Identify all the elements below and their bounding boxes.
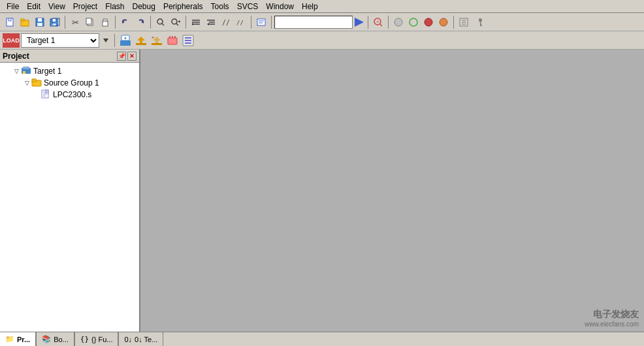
toolbar-separator-9 — [453, 16, 454, 29]
toolbar-separator-8 — [388, 16, 389, 29]
copy-button[interactable] — [83, 15, 97, 29]
menu-project[interactable]: Project — [69, 1, 101, 12]
svg-point-43 — [394, 18, 402, 26]
paste-button[interactable] — [98, 15, 112, 29]
svg-text:✂: ✂ — [72, 18, 79, 27]
tree-source-group[interactable]: ▽ Source Group 1 — [1, 77, 138, 89]
open-file-button[interactable] — [18, 15, 32, 29]
panel-header: Project 📌 ✕ — [0, 50, 139, 63]
svg-rect-70 — [23, 71, 25, 74]
save-all-button[interactable] — [48, 15, 62, 29]
panel-title: Project — [3, 52, 29, 61]
toolbar-separator-7 — [368, 16, 368, 29]
download-inc-button[interactable]: + — [150, 33, 164, 48]
svg-marker-56 — [137, 37, 145, 43]
save-button[interactable] — [33, 15, 47, 29]
menu-peripherals[interactable]: Peripherals — [159, 1, 207, 12]
search-input[interactable] — [274, 16, 353, 29]
erase-button[interactable] — [165, 33, 180, 48]
menu-window[interactable]: Window — [262, 1, 298, 12]
content-area: 电子发烧友 www.elecfans.com — [140, 50, 644, 332]
download-button[interactable] — [134, 33, 148, 48]
uncomment-button[interactable]: // × — [234, 15, 248, 29]
templates-tab-label: 0↓ Te... — [135, 336, 157, 343]
source-group-expand-icon: ▽ — [22, 78, 31, 87]
svg-point-22 — [172, 19, 177, 24]
toolbar-separator-6 — [271, 16, 272, 29]
statusbar-tab-templates[interactable]: 0↓ 0↓ Te... — [118, 332, 163, 346]
svg-rect-72 — [32, 79, 36, 82]
source-group-icon — [31, 78, 42, 89]
svg-rect-17 — [103, 19, 107, 22]
manage-components-button[interactable]: ✦ — [118, 33, 133, 48]
statusbar-tab-books[interactable]: 📚 Bo... — [36, 332, 74, 346]
tree-file-lpc2300[interactable]: LPC2300.s — [1, 89, 138, 101]
status-red-button[interactable] — [421, 15, 436, 29]
menu-flash[interactable]: Flash — [101, 1, 128, 12]
unindent-button[interactable] — [204, 15, 218, 29]
svg-rect-10 — [52, 19, 56, 22]
svg-text:// ×: // × — [236, 20, 246, 26]
dropdown-arrow-button[interactable] — [101, 33, 111, 48]
svg-point-20 — [157, 19, 163, 24]
menu-view[interactable]: View — [44, 1, 69, 12]
watermark: 电子发烧友 www.elecfans.com — [585, 309, 639, 328]
redo-button[interactable] — [133, 15, 148, 29]
comment-button[interactable]: // — [219, 15, 233, 29]
zoom-button[interactable]: + — [371, 15, 385, 29]
svg-point-45 — [425, 18, 432, 26]
project-tree: ▽ Target 1 ▽ Source Group 1 LP — [0, 63, 139, 332]
svg-rect-60 — [168, 38, 177, 44]
new-file-button[interactable] — [3, 15, 17, 29]
statusbar-tab-project[interactable]: 📁 Pr... — [0, 332, 36, 346]
tools-wrench-button[interactable] — [472, 15, 486, 29]
tree-target[interactable]: ▽ Target 1 — [1, 65, 138, 77]
svg-rect-36 — [257, 19, 265, 25]
search-go-button[interactable] — [353, 15, 365, 29]
target-label: Target 1 — [33, 67, 61, 76]
status-grey-button[interactable] — [391, 15, 406, 29]
toolbar-main: ✂ // // × + — [0, 13, 644, 31]
panel-pin-button[interactable]: 📌 — [117, 52, 126, 61]
menu-edit[interactable]: Edit — [23, 1, 44, 12]
toolbar-secondary: LOAD Target 1 ✦ + — [0, 31, 644, 50]
svg-marker-39 — [355, 18, 364, 27]
options-target-button[interactable] — [181, 33, 195, 48]
status-orange-button[interactable] — [436, 15, 451, 29]
svg-rect-55 — [136, 43, 146, 45]
svg-rect-69 — [23, 67, 29, 69]
svg-line-41 — [380, 24, 382, 26]
toolbar-separator-4 — [185, 16, 186, 29]
status-green-button[interactable] — [406, 15, 421, 29]
menu-debug[interactable]: Debug — [129, 1, 159, 12]
open-doc-button[interactable] — [254, 15, 268, 29]
target-selector[interactable]: Target 1 — [21, 33, 99, 48]
statusbar: 📁 Pr... 📚 Bo... {} {} Fu... 0↓ 0↓ Te... — [0, 332, 644, 346]
svg-marker-51 — [103, 39, 108, 42]
svg-line-21 — [162, 24, 164, 25]
indent-button[interactable] — [189, 15, 203, 29]
cut-button[interactable]: ✂ — [68, 15, 82, 29]
functions-tab-icon: {} — [80, 335, 89, 343]
project-panel: Project 📌 ✕ ▽ Target 1 ▽ Source Gr — [0, 50, 140, 332]
find-button[interactable] — [153, 15, 168, 29]
statusbar-tab-functions[interactable]: {} {} Fu... — [74, 332, 119, 346]
file-asm-icon — [40, 89, 51, 101]
menu-tools[interactable]: Tools — [207, 1, 233, 12]
project-tab-label: Pr... — [17, 336, 30, 343]
undo-button[interactable] — [118, 15, 133, 29]
menu-svcs[interactable]: SVCS — [233, 1, 263, 12]
menu-help[interactable]: Help — [298, 1, 322, 12]
svg-point-44 — [410, 18, 417, 26]
toolbar-options-button[interactable] — [457, 15, 471, 29]
svg-marker-25 — [179, 20, 180, 23]
functions-tab-label: {} Fu... — [91, 336, 112, 343]
books-tab-icon: 📚 — [42, 335, 51, 343]
svg-rect-5 — [21, 19, 24, 21]
panel-close-button[interactable]: ✕ — [127, 52, 137, 61]
menu-file[interactable]: File — [3, 1, 23, 12]
find-next-button[interactable] — [169, 15, 183, 29]
svg-rect-0 — [7, 18, 13, 26]
watermark-url: www.elecfans.com — [585, 321, 639, 328]
source-group-label: Source Group 1 — [44, 78, 99, 87]
